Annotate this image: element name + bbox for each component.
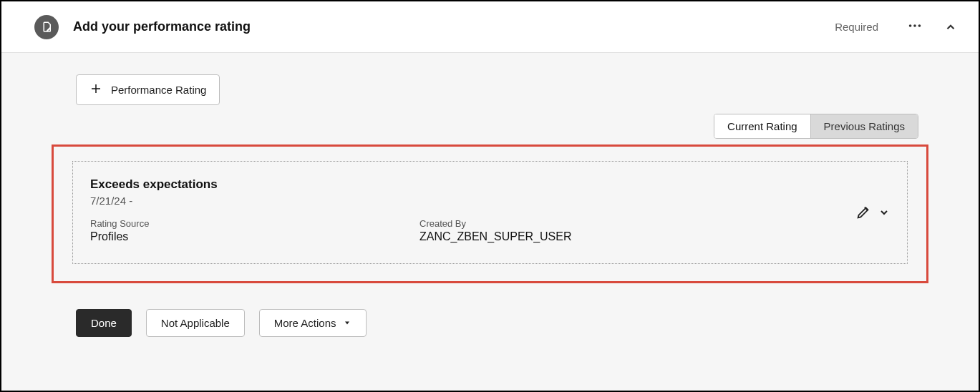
not-applicable-button[interactable]: Not Applicable xyxy=(146,309,245,337)
rating-tab-group: Current Rating Previous Ratings xyxy=(714,114,918,139)
panel-body: Performance Rating Current Rating Previo… xyxy=(1,53,979,391)
panel-title: Add your performance rating xyxy=(73,19,251,34)
created-by-value: ZANC_ZBEN_SUPER_USER xyxy=(419,230,749,243)
done-label: Done xyxy=(91,317,117,329)
svg-point-2 xyxy=(918,24,921,27)
more-actions-label: More Actions xyxy=(274,317,336,329)
more-menu-button[interactable] xyxy=(907,18,923,36)
tab-previous-ratings[interactable]: Previous Ratings xyxy=(810,114,918,138)
rating-source-value: Profiles xyxy=(90,230,419,243)
rating-date-range: 7/21/24 - xyxy=(90,195,890,207)
rating-source-field: Rating Source Profiles xyxy=(90,218,419,243)
doc-edit-icon xyxy=(34,15,59,39)
rating-title: Exceeds expectations xyxy=(90,177,890,192)
add-performance-rating-button[interactable]: Performance Rating xyxy=(76,74,220,105)
created-by-label: Created By xyxy=(419,218,749,229)
svg-point-0 xyxy=(909,24,912,27)
rating-card: Exceeds expectations 7/21/24 - Rating So… xyxy=(72,161,908,264)
footer-actions: Done Not Applicable More Actions xyxy=(23,309,957,337)
created-by-field: Created By ZANC_ZBEN_SUPER_USER xyxy=(419,218,749,243)
required-label: Required xyxy=(835,21,878,33)
expand-rating-button[interactable] xyxy=(878,207,890,218)
svg-point-1 xyxy=(913,24,916,27)
tab-current-rating[interactable]: Current Rating xyxy=(714,114,810,138)
highlight-annotation: Exceeds expectations 7/21/24 - Rating So… xyxy=(52,144,928,283)
done-button[interactable]: Done xyxy=(76,309,132,337)
edit-rating-button[interactable] xyxy=(855,205,871,220)
not-applicable-label: Not Applicable xyxy=(161,317,230,329)
more-actions-button[interactable]: More Actions xyxy=(259,309,367,337)
add-button-label: Performance Rating xyxy=(111,84,206,96)
plus-icon xyxy=(89,82,102,97)
svg-marker-6 xyxy=(345,322,349,325)
caret-down-icon xyxy=(343,317,351,329)
rating-source-label: Rating Source xyxy=(90,218,419,229)
panel-header: Add your performance rating Required xyxy=(1,1,979,53)
collapse-panel-button[interactable] xyxy=(944,21,957,34)
